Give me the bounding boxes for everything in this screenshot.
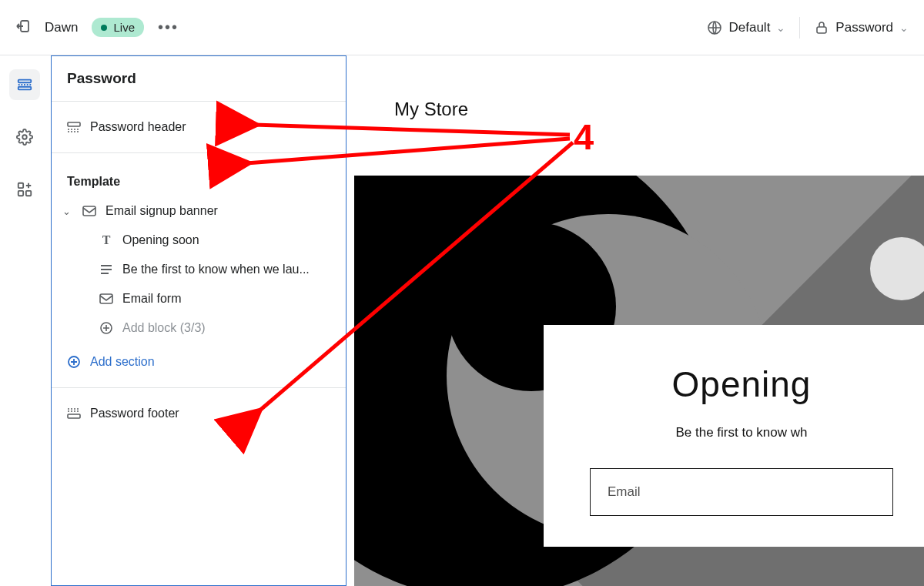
section-password-footer[interactable]: Password footer bbox=[52, 399, 346, 428]
theme-preview: My Store Opening Be the first to know wh… bbox=[346, 55, 924, 586]
section-label: Email signup banner bbox=[105, 204, 218, 218]
sections-panel: Password Password header Template ⌄ Emai… bbox=[51, 55, 346, 586]
block-label: Email form bbox=[122, 292, 181, 306]
footer-group: Password footer bbox=[52, 388, 346, 439]
live-badge-label: Live bbox=[113, 21, 135, 34]
svg-rect-8 bbox=[18, 191, 23, 196]
template-heading: Template bbox=[52, 164, 346, 196]
preview-subtext: Be the first to know wh bbox=[590, 425, 893, 440]
exit-icon[interactable] bbox=[15, 18, 31, 37]
editor-topbar: Dawn Live ••• Default ⌄ Password ⌄ bbox=[0, 0, 924, 55]
left-icon-rail bbox=[0, 55, 49, 586]
add-block-button: Add block (3/3) bbox=[52, 313, 346, 343]
settings-tab-button[interactable] bbox=[9, 122, 40, 152]
add-block-label: Add block (3/3) bbox=[122, 321, 206, 335]
divider bbox=[799, 17, 800, 39]
svg-rect-2 bbox=[817, 27, 826, 33]
locale-dropdown[interactable]: Default ⌄ bbox=[707, 20, 785, 35]
sections-tab-button[interactable] bbox=[9, 69, 40, 100]
lock-icon bbox=[814, 20, 829, 35]
block-email-form[interactable]: Email form bbox=[52, 284, 346, 313]
svg-rect-7 bbox=[26, 191, 31, 196]
svg-rect-4 bbox=[18, 87, 32, 90]
template-group: Template ⌄ Email signup banner T Opening… bbox=[52, 153, 346, 388]
email-placeholder: Email bbox=[608, 484, 641, 499]
paragraph-icon bbox=[99, 263, 113, 276]
text-block-icon: T bbox=[99, 233, 113, 247]
preview-heading: Opening bbox=[590, 363, 893, 405]
block-paragraph[interactable]: Be the first to know when we lau... bbox=[52, 255, 346, 284]
add-section-button[interactable]: Add section bbox=[52, 343, 346, 377]
svg-point-5 bbox=[22, 135, 27, 139]
svg-rect-9 bbox=[68, 122, 80, 126]
svg-rect-10 bbox=[83, 206, 95, 216]
svg-rect-3 bbox=[18, 80, 32, 83]
header-section-icon bbox=[67, 120, 81, 134]
theme-name: Dawn bbox=[45, 20, 78, 35]
more-actions-icon[interactable]: ••• bbox=[158, 18, 179, 36]
add-section-label: Add section bbox=[90, 355, 155, 369]
panel-title: Password bbox=[52, 56, 346, 102]
plus-circle-icon bbox=[67, 355, 81, 369]
locale-label: Default bbox=[728, 20, 770, 35]
svg-rect-6 bbox=[18, 183, 23, 188]
header-group: Password header bbox=[52, 102, 346, 153]
svg-rect-14 bbox=[68, 414, 80, 418]
editor-body: Password Password header Template ⌄ Emai… bbox=[0, 55, 924, 586]
annotation-number: 4 bbox=[574, 116, 594, 158]
svg-rect-11 bbox=[100, 294, 112, 303]
block-opening-soon[interactable]: T Opening soon bbox=[52, 226, 346, 255]
live-status-badge: Live bbox=[92, 18, 144, 37]
topbar-left: Dawn Live ••• bbox=[15, 18, 179, 37]
chevron-down-icon: ⌄ bbox=[899, 22, 909, 34]
preview-store-name: My Store bbox=[394, 99, 468, 120]
status-dot-icon bbox=[101, 25, 107, 31]
section-email-signup-banner[interactable]: ⌄ Email signup banner bbox=[52, 196, 346, 226]
page-dropdown[interactable]: Password ⌄ bbox=[814, 20, 909, 35]
email-icon bbox=[99, 292, 113, 306]
topbar-right: Default ⌄ Password ⌄ bbox=[707, 17, 909, 39]
preview-signup-card: Opening Be the first to know wh Email bbox=[544, 325, 924, 547]
plus-circle-icon bbox=[99, 321, 113, 335]
section-label: Password footer bbox=[90, 407, 179, 420]
chevron-down-icon[interactable]: ⌄ bbox=[62, 206, 73, 217]
preview-email-input[interactable]: Email bbox=[590, 468, 893, 516]
page-dropdown-label: Password bbox=[835, 20, 893, 35]
globe-icon bbox=[707, 20, 722, 35]
section-label: Password header bbox=[90, 120, 186, 134]
apps-tab-button[interactable] bbox=[9, 174, 40, 205]
section-password-header[interactable]: Password header bbox=[52, 112, 346, 142]
email-section-icon bbox=[82, 204, 96, 218]
chevron-down-icon: ⌄ bbox=[776, 22, 785, 34]
footer-section-icon bbox=[67, 407, 81, 420]
block-label: Opening soon bbox=[122, 233, 199, 247]
block-label: Be the first to know when we lau... bbox=[122, 263, 310, 276]
